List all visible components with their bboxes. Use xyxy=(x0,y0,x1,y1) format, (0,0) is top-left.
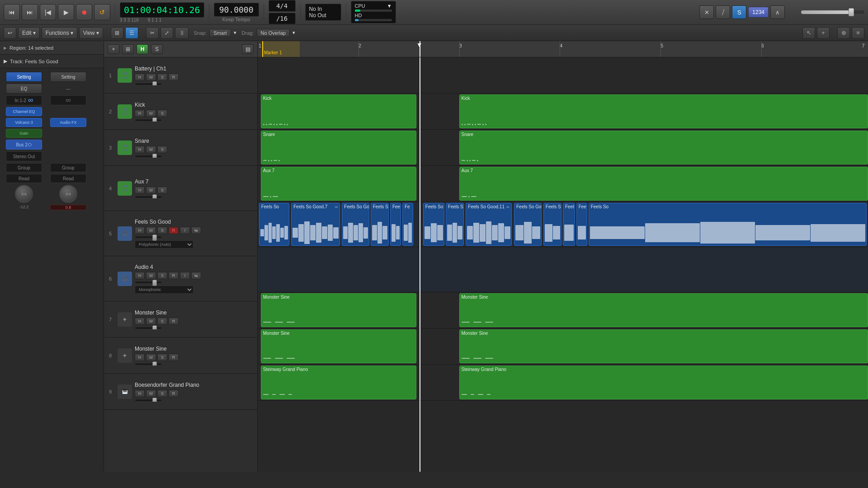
audio-clip-5-1[interactable]: Feels So xyxy=(259,203,290,246)
track-m-7[interactable]: M xyxy=(146,318,156,325)
ch-read-1[interactable]: Read xyxy=(6,174,42,183)
ch-plugin-1[interactable]: Channel EQ xyxy=(6,107,42,116)
timeline-track-9[interactable]: Steinway Grand Piano Steinway Grand Pian… xyxy=(258,365,868,401)
ch-audio-fx[interactable]: Audio FX xyxy=(50,118,86,127)
audio-clip-5-9[interactable]: Feels So Good.11 ∞ xyxy=(466,203,511,246)
track-s-3[interactable]: S xyxy=(157,146,167,153)
ch-setting-btn-2[interactable]: Setting xyxy=(50,72,86,82)
ch-plugin-3[interactable]: Gain xyxy=(6,129,42,138)
audio-clip-5-5[interactable]: Fee xyxy=(390,203,401,246)
track-fader-9[interactable] xyxy=(135,399,162,402)
audio-clip-5-12[interactable]: Feel xyxy=(563,203,575,246)
tuner-button[interactable]: ✕ xyxy=(699,5,714,19)
monster-sine-clip-7-2[interactable]: Monster Sine xyxy=(459,293,868,327)
track-fader-1[interactable] xyxy=(135,83,162,85)
add-track-button[interactable]: + xyxy=(108,44,119,54)
list-view-button[interactable]: ☰ xyxy=(125,27,138,39)
kick-clip-2[interactable]: Kick xyxy=(459,94,868,128)
track-fader-3[interactable] xyxy=(135,155,162,158)
tracks-scroll[interactable]: Kick Kick xyxy=(258,57,868,472)
region-triangle[interactable]: ▶ xyxy=(4,46,7,50)
audio-clip-5-13[interactable]: Fee xyxy=(576,203,587,246)
to-start-button[interactable]: |◀ xyxy=(40,4,56,20)
track-h-3[interactable]: H xyxy=(135,146,145,153)
pointer-tool[interactable]: ↖ xyxy=(802,27,815,39)
track-m-5[interactable]: M xyxy=(146,227,156,234)
audio-clip-5-7[interactable]: Feels So xyxy=(423,203,444,246)
audio-clip-5-14[interactable]: Feels So xyxy=(589,203,867,246)
audio-clip-5-10[interactable]: Feels So Good xyxy=(514,203,542,246)
track-r-6[interactable]: R xyxy=(169,272,179,279)
timeline-track-6[interactable] xyxy=(258,247,868,292)
fast-forward-button[interactable]: ⏭ xyxy=(22,4,38,20)
track-fader-8[interactable] xyxy=(135,363,162,366)
kick-clip-1[interactable]: Kick xyxy=(261,94,416,128)
in-out-display[interactable]: No In No Out xyxy=(305,4,341,21)
track-h-4[interactable]: H xyxy=(135,187,145,194)
functions-menu[interactable]: Functions ▾ xyxy=(42,27,77,39)
timeline-track-7[interactable]: Monster Sine Monster Sine xyxy=(258,292,868,328)
track-s-5[interactable]: S xyxy=(157,227,167,234)
track-h-6[interactable]: H xyxy=(135,272,145,279)
track-type-button[interactable]: ⊞ xyxy=(122,44,134,54)
track-h-5[interactable]: H xyxy=(135,227,145,234)
snap-value[interactable]: Smart xyxy=(209,29,231,37)
track-r-8[interactable]: R xyxy=(169,354,179,361)
track-r-7[interactable]: R xyxy=(169,318,179,325)
track-loop-6[interactable]: ⇆ xyxy=(191,272,201,279)
edit-menu[interactable]: Edit ▾ xyxy=(18,27,40,39)
sig-display-top[interactable]: 4/4 xyxy=(269,0,296,12)
timeline-ruler[interactable]: Marker 1 1 2 3 4 5 6 7 xyxy=(258,41,868,57)
loop-tool[interactable]: ⤢ xyxy=(160,27,173,39)
track-r-5[interactable]: R xyxy=(169,227,179,234)
track-fader-6[interactable] xyxy=(135,281,162,284)
h-button[interactable]: H xyxy=(137,44,148,54)
sig-display-bottom[interactable]: /16 xyxy=(269,13,296,24)
ch-out-1[interactable]: Stereo Out xyxy=(6,151,42,161)
aux7-clip-2[interactable]: Aux 7 xyxy=(459,167,868,201)
track-s-8[interactable]: S xyxy=(157,354,167,361)
play-button[interactable]: ▶ xyxy=(58,4,74,20)
track-h-1[interactable]: H xyxy=(135,74,145,81)
track-h-7[interactable]: H xyxy=(135,318,145,325)
master-volume-slider[interactable] xyxy=(801,10,864,14)
track-s-4[interactable]: S xyxy=(157,187,167,194)
flex-mode-select-6[interactable]: Monophonic Polyphonic (Auto) xyxy=(135,286,193,294)
audio-clip-5-8[interactable]: Feels So xyxy=(446,203,464,246)
track-fader-4[interactable] xyxy=(135,196,162,198)
steinway-clip-1[interactable]: Steinway Grand Piano xyxy=(261,366,416,399)
timeline-track-5[interactable]: Feels So Feels So Good.7 ∞ xyxy=(258,202,868,247)
monster-sine-clip-7-1[interactable]: Monster Sine xyxy=(261,293,416,327)
timeline-track-4[interactable]: Aux 7 Aux 7 xyxy=(258,166,868,202)
flex-tool[interactable]: ⧚ xyxy=(175,27,189,39)
monster-sine-clip-8-1[interactable]: Monster Sine xyxy=(261,329,416,363)
track-s-2[interactable]: S xyxy=(157,110,167,117)
track-loop-5[interactable]: ⇆ xyxy=(191,227,201,234)
track-m-1[interactable]: M xyxy=(146,74,156,81)
track-m-6[interactable]: M xyxy=(146,272,156,279)
track-m-2[interactable]: M xyxy=(146,110,156,117)
tempo-display[interactable]: 90.0000 xyxy=(214,3,259,17)
timeline-track-8[interactable]: Monster Sine Monster Sine xyxy=(258,328,868,365)
audio-clip-5-2[interactable]: Feels So Good.7 ∞ xyxy=(291,203,340,246)
ch-group-2[interactable]: Group xyxy=(50,163,86,172)
cycle-button[interactable]: ↺ xyxy=(94,4,110,20)
edit-mode-button[interactable]: ⧸ xyxy=(716,5,730,19)
track-r-1[interactable]: R xyxy=(169,74,179,81)
timeline-track-1[interactable] xyxy=(258,57,868,94)
steinway-clip-2[interactable]: Steinway Grand Piano xyxy=(459,366,868,399)
s-button[interactable]: S xyxy=(151,44,163,54)
track-s-1[interactable]: S xyxy=(157,74,167,81)
plus-tool[interactable]: + xyxy=(817,27,830,39)
record-button[interactable]: ⏺ xyxy=(76,4,92,20)
midi-button[interactable]: 1234 xyxy=(748,7,769,18)
score-button[interactable]: S xyxy=(732,5,746,19)
track-h-8[interactable]: H xyxy=(135,354,145,361)
ch-knob-2[interactable]: 0.0 xyxy=(59,185,77,203)
smart-controls-button[interactable]: ∧ xyxy=(770,5,785,19)
flex-mode-tool[interactable]: ≡ xyxy=(852,27,864,39)
snare-clip-1[interactable]: Snare xyxy=(261,131,416,164)
aux7-clip-1[interactable]: Aux 7 xyxy=(261,167,416,201)
track-fader-7[interactable] xyxy=(135,327,162,329)
view-menu[interactable]: View ▾ xyxy=(79,27,103,39)
